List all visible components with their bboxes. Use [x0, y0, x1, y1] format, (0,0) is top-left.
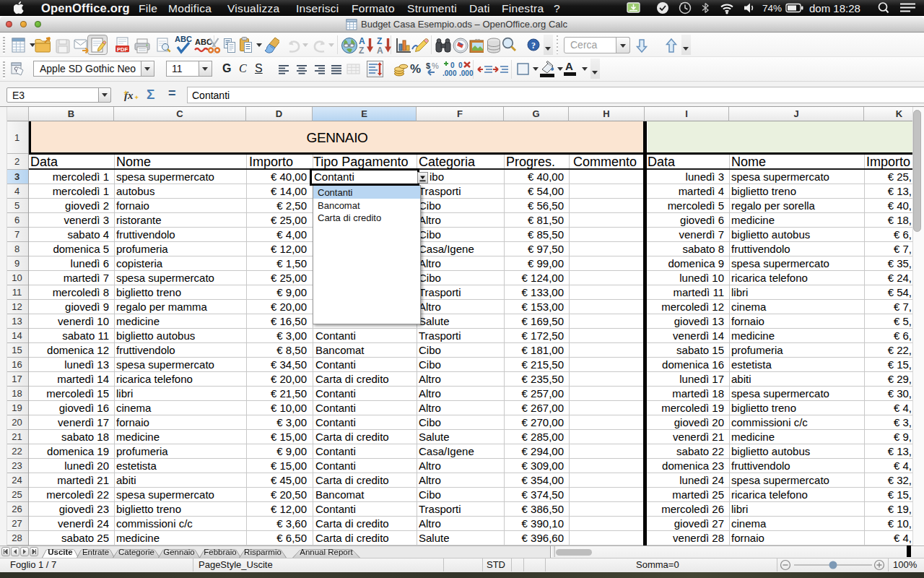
svg-text:%: %	[432, 61, 439, 70]
svg-text:A: A	[377, 46, 383, 55]
svg-text:0: 0	[458, 61, 463, 69]
svg-text:$: $	[426, 61, 430, 70]
svg-text:A: A	[359, 36, 365, 46]
svg-text:Z: Z	[377, 36, 382, 46]
svg-text:Z: Z	[359, 46, 364, 55]
svg-text:.000: .000	[443, 69, 457, 77]
svg-text:74%: 74%	[762, 3, 782, 14]
svg-text:.000: .000	[459, 69, 474, 77]
svg-text:ABC: ABC	[175, 35, 192, 43]
svg-text:?: ?	[531, 40, 536, 51]
svg-text:PDF: PDF	[117, 46, 128, 53]
svg-text:0: 0	[450, 61, 455, 69]
svg-text:dom 18:28: dom 18:28	[809, 2, 860, 14]
